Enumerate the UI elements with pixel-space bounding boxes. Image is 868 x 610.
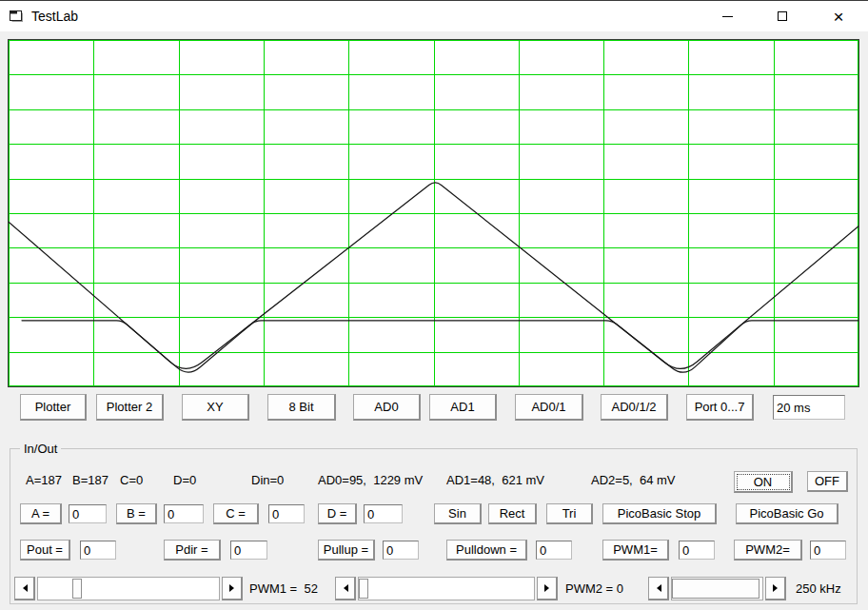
scope-canvas (9, 40, 858, 386)
arrow-left-icon (340, 584, 348, 592)
ad1-button[interactable]: AD1 (429, 394, 497, 421)
pwm1-scroll-left-button[interactable] (14, 577, 35, 600)
pwm2-scrollbar-thumb[interactable] (359, 579, 368, 599)
time-per-div-input[interactable] (773, 395, 845, 420)
off-button[interactable]: OFF (807, 471, 848, 492)
inout-group-title: In/Out (20, 442, 61, 456)
pwm2-value-input[interactable] (810, 541, 846, 560)
set-b-button[interactable]: B = (116, 503, 157, 524)
pwm1-value-input[interactable] (679, 541, 715, 560)
pwm2-scroll-right-button[interactable] (537, 577, 558, 600)
freq-scrollbar-track[interactable] (671, 577, 763, 600)
inout-groupbox: In/Out A=187 B=187 C=0 D=0 Din=0 AD0=95,… (10, 448, 858, 604)
ad0-readout: AD0=95, 1229 mV (318, 473, 423, 487)
din-readout: Din=0 (251, 473, 284, 487)
testlab-window: TestLab × Plotter Plotter 2 XY 8 Bit AD0… (0, 0, 868, 610)
freq-scroll-right-button[interactable] (765, 577, 786, 600)
app-icon (9, 9, 24, 24)
ad0-1-button[interactable]: AD0/1 (515, 394, 583, 421)
set-d-button[interactable]: D = (318, 503, 357, 524)
pwm1-button[interactable]: PWM1= (602, 540, 669, 561)
xy-button[interactable]: XY (182, 394, 249, 421)
set-c-button[interactable]: C = (213, 503, 259, 524)
freq-scrollbar[interactable] (648, 577, 786, 600)
port-a-readout: A=187 (26, 473, 62, 487)
set-a-button[interactable]: A = (20, 503, 62, 524)
on-button[interactable]: ON (734, 471, 793, 493)
minimize-button[interactable] (700, 1, 755, 31)
arrow-right-icon (544, 584, 553, 592)
pwm1-slider-readout: PWM1 = 52 (249, 577, 318, 600)
pullup-value-input[interactable] (383, 541, 419, 560)
arrow-right-icon (229, 584, 238, 592)
ad0-button[interactable]: AD0 (353, 394, 421, 421)
port-b-readout: B=187 (72, 473, 108, 487)
minimize-icon (722, 16, 733, 17)
pwm2-scrollbar-track[interactable] (358, 577, 535, 600)
pwm2-button[interactable]: PWM2= (734, 540, 802, 561)
b-value-input[interactable] (164, 504, 204, 523)
port-c-readout: C=0 (120, 473, 143, 487)
ad0-1-2-button[interactable]: AD0/1/2 (601, 394, 668, 421)
ad1-readout: AD1=48, 621 mV (446, 473, 544, 487)
freq-scroll-left-button[interactable] (648, 577, 669, 600)
maximize-button[interactable] (755, 1, 810, 31)
pwm2-slider-readout: PWM2 = 0 (565, 577, 623, 600)
c-value-input[interactable] (268, 504, 305, 523)
arrow-right-icon (773, 584, 781, 592)
plotter-button[interactable]: Plotter (20, 394, 87, 421)
picobasic-go-button[interactable]: PicoBasic Go (736, 503, 838, 524)
d-value-input[interactable] (364, 504, 403, 523)
pwm1-scrollbar[interactable] (14, 577, 243, 600)
picobasic-stop-button[interactable]: PicoBasic Stop (602, 503, 717, 524)
pout-value-input[interactable] (80, 541, 116, 560)
tri-button[interactable]: Tri (546, 503, 593, 524)
a-value-input[interactable] (69, 504, 107, 523)
pulldown-button[interactable]: Pulldown = (446, 540, 527, 561)
pwm2-scrollbar[interactable] (335, 577, 558, 600)
maximize-icon (778, 11, 787, 21)
arrow-left-icon (653, 584, 661, 592)
pdir-button[interactable]: Pdir = (164, 540, 221, 561)
pwm1-scrollbar-thumb[interactable] (72, 579, 82, 599)
pulldown-value-input[interactable] (536, 541, 572, 560)
port-d-readout: D=0 (173, 473, 196, 487)
close-button[interactable]: × (811, 1, 866, 31)
8bit-button[interactable]: 8 Bit (267, 394, 336, 421)
freq-readout: 250 kHz (796, 577, 841, 600)
rect-button[interactable]: Rect (488, 503, 537, 524)
pwm1-scroll-right-button[interactable] (222, 577, 243, 600)
arrow-left-icon (19, 584, 28, 592)
pdir-value-input[interactable] (230, 541, 267, 560)
port0-7-button[interactable]: Port 0...7 (686, 394, 754, 421)
pullup-button[interactable]: Pullup = (318, 540, 375, 561)
pout-button[interactable]: Pout = (20, 540, 70, 561)
title-bar[interactable]: TestLab × (0, 1, 868, 31)
pwm2-scroll-left-button[interactable] (335, 577, 356, 600)
ad2-readout: AD2=5, 64 mV (591, 473, 676, 487)
close-icon: × (833, 8, 843, 26)
plotter2-button[interactable]: Plotter 2 (96, 394, 164, 421)
scope-plot (8, 39, 859, 387)
sin-button[interactable]: Sin (434, 503, 482, 524)
pwm1-scrollbar-track[interactable] (37, 577, 220, 600)
window-title: TestLab (31, 9, 78, 24)
freq-scrollbar-thumb[interactable] (672, 579, 760, 599)
